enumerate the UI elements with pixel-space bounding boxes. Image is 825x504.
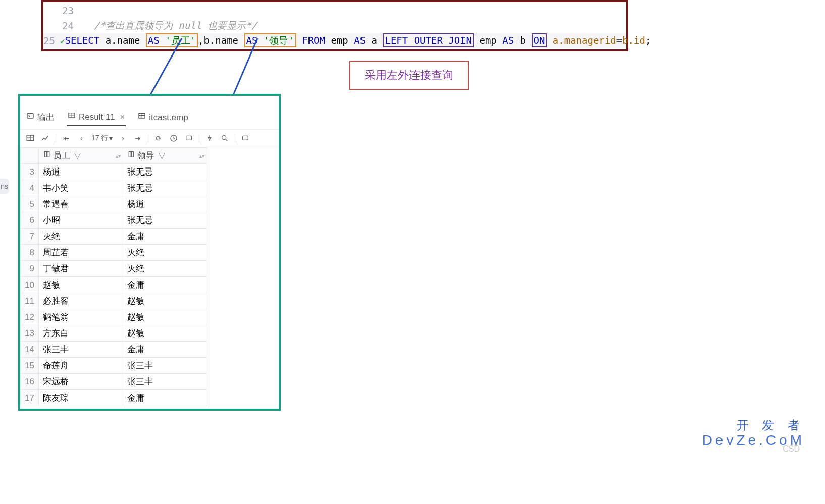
result-panel: 输出 Result 11 × itcast.emp ⇤ ‹ 17 行 ▾ › ⇥…: [18, 94, 281, 411]
table-icon: [138, 112, 146, 123]
join-box: LEFT OUTER JOIN: [383, 33, 474, 47]
export-icon[interactable]: [240, 133, 250, 143]
close-icon[interactable]: ×: [120, 113, 125, 122]
alias-box-1: AS '员工': [146, 33, 198, 47]
svg-rect-2: [27, 114, 33, 118]
svg-rect-20: [131, 152, 133, 157]
annotation-callout: 采用左外连接查询: [349, 61, 469, 90]
table-row[interactable]: 6小昭张无忌: [21, 212, 207, 229]
table-row[interactable]: 15命莲舟张三丰: [21, 358, 207, 374]
watermark-text-1: 开 发 者: [737, 417, 805, 433]
column-icon: [43, 150, 51, 161]
search-icon[interactable]: [220, 133, 230, 143]
svg-rect-17: [44, 152, 46, 157]
result-table-wrap[interactable]: 员工 ▽ ▴▾ 领导 ▽ ▴▾ 3杨逍张无忌 4韦小笑张无忌 5常遇春杨逍 6小…: [20, 147, 279, 406]
table-row[interactable]: 13方东白赵敏: [21, 325, 207, 342]
chart-view-icon[interactable]: [40, 133, 50, 143]
last-page-icon[interactable]: ⇥: [133, 133, 143, 143]
table-row[interactable]: 7灭绝金庸: [21, 229, 207, 245]
first-page-icon[interactable]: ⇤: [61, 133, 71, 143]
code-line-25[interactable]: 25 ✔ SELECT a.name AS '员工',b.name AS '领导…: [43, 33, 626, 48]
table-row[interactable]: 5常遇春杨逍: [21, 196, 207, 212]
grid-icon: [68, 111, 76, 122]
tab-output[interactable]: 输出: [25, 108, 56, 126]
comment-text: /*查出直属领导为 null 也要显示*/: [94, 20, 257, 31]
table-row[interactable]: 4韦小笑张无忌: [21, 180, 207, 196]
table-row[interactable]: 14张三丰金庸: [21, 342, 207, 358]
sort-icon[interactable]: ▴▾: [116, 153, 121, 158]
grid-view-icon[interactable]: [25, 133, 35, 143]
svg-rect-19: [129, 152, 131, 157]
next-page-icon[interactable]: ›: [118, 133, 128, 143]
gutter-check-icon: ✔: [60, 36, 65, 46]
table-row[interactable]: 17陈友琮金庸: [21, 390, 207, 406]
prev-page-icon[interactable]: ‹: [76, 133, 86, 143]
line-number: 25: [43, 35, 60, 46]
result-tabs: 输出 Result 11 × itcast.emp: [20, 106, 279, 129]
table-row[interactable]: 12鹤笔翁赵敏: [21, 309, 207, 325]
svg-rect-13: [186, 136, 192, 140]
svg-point-14: [222, 136, 226, 140]
sql-statement[interactable]: SELECT a.name AS '员工',b.name AS '领导' FRO…: [65, 34, 651, 47]
sort-icon[interactable]: ▴▾: [199, 153, 204, 158]
table-row[interactable]: 16宋远桥张三丰: [21, 374, 207, 390]
result-toolbar: ⇤ ‹ 17 行 ▾ › ⇥ ⟳: [20, 129, 279, 147]
table-row[interactable]: 10赵敏金庸: [21, 277, 207, 293]
tab-table[interactable]: itcast.emp: [137, 109, 189, 126]
alias-box-2: AS '领导': [244, 33, 296, 47]
row-count[interactable]: 17 行 ▾: [91, 134, 113, 143]
chevron-down-icon: ▾: [109, 134, 113, 142]
rownum-header: [21, 148, 39, 164]
table-row[interactable]: 9丁敏君灭绝: [21, 261, 207, 277]
svg-rect-18: [47, 152, 49, 157]
line-number: 24: [43, 20, 79, 31]
pin-icon[interactable]: [204, 133, 215, 143]
svg-line-15: [226, 139, 227, 141]
watermark-csdn: CSD: [783, 444, 800, 454]
table-body: 3杨逍张无忌 4韦小笑张无忌 5常遇春杨逍 6小昭张无忌 7灭绝金庸 8周芷若灭…: [21, 164, 207, 406]
col-header-employee[interactable]: 员工 ▽ ▴▾: [39, 148, 123, 164]
table-row[interactable]: 8周芷若灭绝: [21, 245, 207, 261]
code-editor[interactable]: 23 24 /*查出直属领导为 null 也要显示*/ 25 ✔ SELECT …: [41, 0, 628, 51]
panel-stub[interactable]: ns: [0, 179, 9, 194]
refresh-icon[interactable]: ⟳: [153, 133, 164, 143]
line-number: 23: [43, 5, 79, 16]
col-header-leader[interactable]: 领导 ▽ ▴▾: [123, 148, 207, 164]
filter-icon[interactable]: ▽: [159, 150, 165, 161]
table-row[interactable]: 11必胜客赵敏: [21, 293, 207, 309]
callout-text: 采用左外连接查询: [365, 69, 453, 81]
clock-icon[interactable]: [169, 133, 179, 143]
svg-rect-3: [69, 113, 75, 118]
console-icon: [26, 112, 34, 123]
revert-icon[interactable]: [184, 133, 194, 143]
column-icon: [127, 150, 135, 161]
result-table: 员工 ▽ ▴▾ 领导 ▽ ▴▾ 3杨逍张无忌 4韦小笑张无忌 5常遇春杨逍 6小…: [20, 147, 207, 406]
svg-rect-6: [139, 114, 145, 118]
table-row[interactable]: 3杨逍张无忌: [21, 164, 207, 180]
kw-select: SELECT: [65, 35, 100, 46]
tab-result[interactable]: Result 11 ×: [67, 108, 126, 126]
code-line-24: 24 /*查出直属领导为 null 也要显示*/: [43, 18, 626, 33]
on-box: ON: [532, 33, 547, 47]
filter-icon[interactable]: ▽: [74, 150, 81, 161]
code-line-23: 23: [43, 3, 626, 18]
